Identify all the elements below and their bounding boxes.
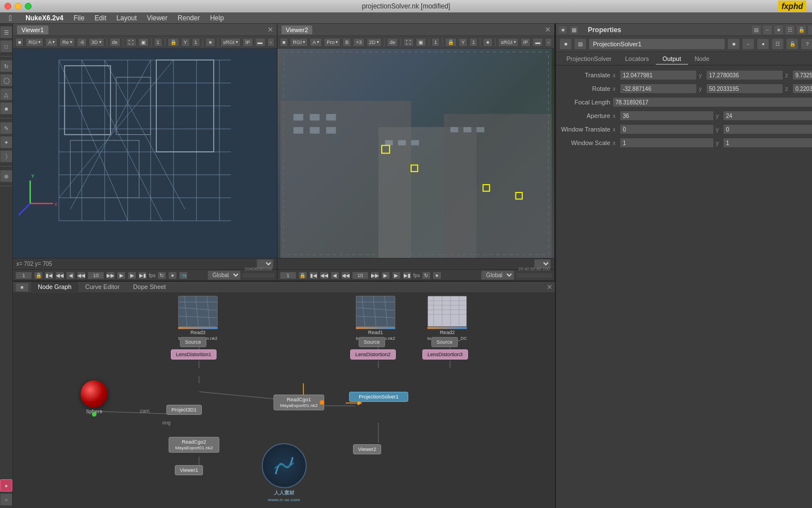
viewer2-frame-input[interactable]	[280, 271, 297, 279]
node-sphere[interactable]: Sphere	[81, 380, 108, 414]
viewer2-record-btn[interactable]: ●	[433, 271, 442, 279]
viewer2-start-btn[interactable]: ▮◀	[309, 271, 318, 279]
prop-node-btn2[interactable]: ←	[742, 38, 754, 50]
sidebar-btn-1[interactable]: ☰	[0, 26, 12, 38]
viewer2-lock-timeline[interactable]: 🔒	[298, 271, 307, 279]
sidebar-btn-10[interactable]: ⊕	[0, 170, 12, 182]
viewer1-de-btn[interactable]: de	[109, 38, 121, 47]
minimize-button[interactable]	[15, 3, 21, 10]
sidebar-btn-4[interactable]: ◯	[0, 74, 12, 86]
viewer1-ip-btn[interactable]: IP	[242, 38, 253, 47]
viewer1-channel-a[interactable]: A	[45, 38, 58, 47]
prop-icon-help[interactable]: ?	[807, 25, 812, 35]
viewer1-start-btn[interactable]: ▮◀	[45, 271, 54, 279]
node-read2[interactable]: Read2buildingLondon_DC	[427, 296, 467, 341]
viewer1-srgt-dropdown[interactable]: sRGt	[220, 38, 241, 47]
viewer1-tab[interactable]: Viewer1	[16, 25, 49, 35]
viewer2-fwd-btn[interactable]: ▶▶	[370, 271, 379, 279]
sidebar-btn-5[interactable]: △	[0, 88, 12, 100]
prop-icon-grid[interactable]: ☷	[785, 25, 795, 35]
viewer2-global-dropdown[interactable]: Global	[481, 270, 514, 280]
node-viewer1[interactable]: Viewer1	[175, 465, 203, 475]
prop-node-btn1[interactable]: ■	[727, 38, 740, 50]
prop-window-scale-y[interactable]	[723, 138, 812, 148]
viewer1-record-btn[interactable]: ●	[168, 271, 177, 279]
viewer2-loop-btn[interactable]: ↻	[422, 271, 431, 279]
sidebar-btn-viewer-icon2[interactable]: ○	[0, 493, 12, 506]
menu-edit[interactable]: Edit	[90, 13, 111, 23]
node-projectionsolver1[interactable]: ProjectionSolver1	[349, 392, 408, 402]
menu-viewer[interactable]: Viewer	[143, 13, 172, 23]
prop-node-btn6[interactable]: ?	[801, 38, 812, 50]
viewer1-timeline-slider[interactable]: 20 40 60 80 100	[242, 273, 275, 278]
viewer2-overlay2-btn[interactable]: ▫	[545, 38, 552, 47]
prop-node-btn3[interactable]: ●	[757, 38, 769, 50]
menu-file[interactable]: File	[69, 13, 89, 23]
menu-layout[interactable]: Layout	[112, 13, 142, 23]
viewer1-frame-input[interactable]	[15, 271, 32, 279]
prop-window-scale-x[interactable]	[620, 138, 714, 148]
prop-rotate-x[interactable]	[620, 84, 697, 94]
viewer2-y-btn[interactable]: Y	[458, 38, 467, 47]
viewer2-num1-btn[interactable]: 1	[469, 38, 478, 47]
viewer2-frame-field[interactable]: 1	[431, 38, 440, 47]
prop-translate-z[interactable]	[792, 70, 812, 80]
viewer1-gain-value[interactable]: -6	[77, 38, 87, 47]
viewer2-ip-btn[interactable]: IP	[520, 38, 531, 47]
node-source2[interactable]: Source	[359, 337, 385, 347]
prop-window-translate-x[interactable]	[620, 124, 714, 134]
node-source3[interactable]: Source	[431, 337, 458, 347]
viewer2-rgi-dropdown[interactable]: RGI	[290, 38, 308, 47]
viewer1-loop-btn[interactable]: ↻	[157, 271, 166, 279]
sphere-visual[interactable]	[81, 380, 108, 408]
prop-translate-x[interactable]	[620, 70, 697, 80]
viewer1-step-fwd-btn[interactable]: ▶	[127, 271, 136, 279]
viewer1-prev-btn[interactable]: ◀◀	[55, 271, 64, 279]
sidebar-btn-9[interactable]: 〉	[0, 150, 12, 163]
viewer2-channel-b[interactable]: Pro	[324, 38, 341, 47]
node-read3[interactable]: Read3buildingLondon.nk2	[178, 296, 218, 341]
viewer2-end-btn[interactable]: ▶▮	[403, 271, 412, 279]
viewer2-stereo-btn[interactable]: ★	[483, 38, 493, 47]
sidebar-btn-6[interactable]: ■	[0, 102, 12, 115]
sidebar-btn-viewer-icon[interactable]: ●	[0, 479, 12, 492]
viewer2-fps-input[interactable]	[352, 271, 369, 279]
viewer1-resize-btn[interactable]: ⛶	[126, 38, 136, 47]
viewer1-fit-btn[interactable]: ▣	[138, 38, 149, 47]
node-readcgo2[interactable]: ReadCgo2MayaExport01.nk2	[169, 437, 219, 453]
prop-subtab-projectionsolver[interactable]: ProjectionSolver	[559, 54, 618, 65]
viewer1-overlay2-btn[interactable]: ▫	[267, 38, 275, 47]
tab-curve-editor[interactable]: Curve Editor	[78, 282, 126, 293]
viewer1-end-btn[interactable]: ▶▮	[138, 271, 147, 279]
viewer1-num1-btn[interactable]: 1	[192, 38, 200, 47]
viewer2-close-btn[interactable]: ✕	[545, 25, 551, 34]
viewer2-b-btn[interactable]: B	[342, 38, 351, 47]
viewer1-gain-dropdown[interactable]: Re	[59, 38, 75, 47]
prop-node-icon2[interactable]: ▨	[574, 38, 586, 50]
viewer1-fps-input[interactable]	[87, 271, 104, 279]
viewer2-rev-btn[interactable]: ◀◀	[341, 271, 350, 279]
viewer1-rev-btn[interactable]: ◀◀	[77, 271, 86, 279]
prop-icon-arrow[interactable]: ←	[762, 25, 773, 35]
prop-aperture-y[interactable]	[723, 111, 812, 121]
node-lensdistortion2[interactable]: LensDistortion2	[350, 349, 396, 360]
viewer2-step-back-btn[interactable]: ◀	[330, 271, 339, 279]
viewer1-icon-btn[interactable]: ■	[15, 38, 24, 47]
viewer1-lock-btn[interactable]: 🔒	[167, 38, 179, 47]
viewer2-overlay-btn[interactable]: ▬	[532, 38, 543, 47]
prop-window-translate-y[interactable]	[723, 124, 812, 134]
close-button[interactable]	[5, 3, 11, 10]
viewer1-play-btn[interactable]: ▶	[117, 271, 126, 279]
viewer1-3d-dropdown[interactable]: 3D	[89, 38, 104, 47]
viewer2-2d-dropdown[interactable]: 2D	[367, 38, 382, 47]
prop-translate-y[interactable]	[706, 70, 783, 80]
apple-menu[interactable]: 	[5, 12, 16, 24]
viewer1-global-dropdown[interactable]: Global	[208, 270, 241, 280]
prop-subtab-locators[interactable]: Locators	[618, 54, 655, 65]
viewer2-de-btn[interactable]: de	[387, 38, 398, 47]
prop-rotate-z[interactable]	[792, 84, 812, 94]
sidebar-btn-8[interactable]: ✦	[0, 136, 12, 148]
viewer2-fit-btn[interactable]: ▣	[416, 38, 426, 47]
sidebar-btn-3[interactable]: ↻	[0, 60, 12, 72]
node-graph-toggle[interactable]: ■	[15, 283, 29, 292]
